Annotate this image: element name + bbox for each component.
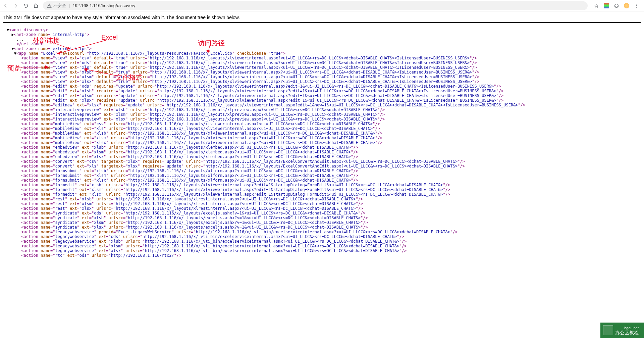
avatar-icon[interactable] (624, 3, 629, 8)
xml-banner: This XML file does not appear to have an… (3, 15, 641, 23)
insecure-badge: 不安全 (47, 3, 66, 9)
xml-tree[interactable]: ▼<wopi-discovery> ▶<net-zone name="inter… (3, 28, 641, 258)
url-text: 192.168.1.116/hosting/discovery (72, 3, 135, 8)
warning-icon (47, 3, 52, 8)
svg-point-2 (636, 7, 637, 7)
extension-icon[interactable] (604, 3, 609, 8)
svg-point-0 (636, 4, 637, 4)
svg-point-1 (636, 5, 637, 6)
puzzle-icon[interactable] (614, 3, 619, 8)
watermark-label: 办公区教程 (615, 330, 639, 335)
browser-toolbar: 不安全 | 192.168.1.116/hosting/discovery (0, 0, 644, 11)
toolbar-right (592, 3, 641, 8)
page-content: This XML file does not appear to have an… (0, 11, 644, 261)
home-button[interactable] (33, 3, 39, 9)
reload-button[interactable] (23, 3, 29, 9)
menu-icon[interactable] (634, 3, 639, 8)
forward-button[interactable] (13, 3, 19, 9)
star-icon[interactable] (594, 3, 599, 8)
watermark: bgqu.net 办公区教程 (600, 323, 644, 338)
insecure-label: 不安全 (53, 3, 66, 9)
address-bar[interactable]: 不安全 | 192.168.1.116/hosting/discovery (43, 1, 588, 10)
watermark-site: bgqu.net (615, 326, 639, 330)
back-button[interactable] (3, 3, 9, 9)
watermark-logo-icon (603, 325, 613, 335)
